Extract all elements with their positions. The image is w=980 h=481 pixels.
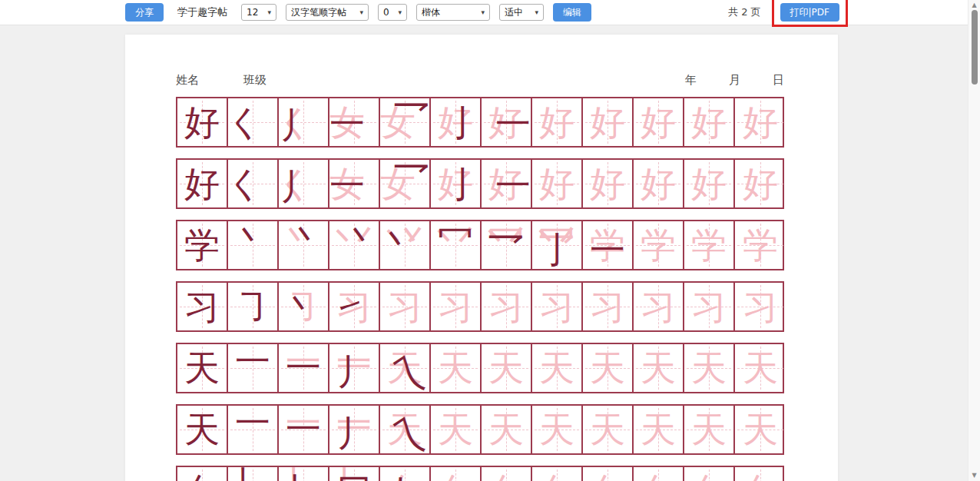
stroke-glyph: 丶 (272, 214, 321, 262)
stroke-glyph: 一 (329, 343, 379, 391)
grid-cell: 天 (177, 344, 228, 392)
stroke-glyph: 天 (482, 344, 531, 392)
stroke-glyph: ㇀ (326, 287, 375, 334)
grid-cell: 好 (735, 160, 786, 207)
edit-button[interactable]: 编辑 (553, 3, 591, 22)
sheet-header: 姓名 班级 年 月 日 (176, 73, 784, 88)
stroke-glyph: 一 (323, 161, 372, 209)
stroke-glyph: く (271, 98, 320, 146)
stroke-glyph: 好 (177, 160, 227, 207)
grid-count-select[interactable]: 12 ▾ (241, 4, 276, 21)
stroke-glyph: 一 (488, 161, 538, 209)
scrollbar[interactable]: ▲ ▼ (968, 0, 980, 481)
stroke-glyph: 好 (735, 160, 786, 207)
grid-cell: く (228, 98, 279, 146)
practice-grid: 好くく丿女一女乛好亅好一好好好好好好くく丿女一女乛好亅好一好好好好好学丶丶丶丷丶… (176, 97, 784, 481)
scroll-down-icon[interactable]: ▼ (968, 472, 980, 479)
stroke-glyph: 向 (177, 467, 227, 481)
toolbar-left-group: 分享 学于趣字帖 12 ▾ 汉字笔顺字帖 ▾ 0 ▾ 楷体 ▾ 适中 ▾ 编辑 (125, 3, 591, 22)
stroke-glyph: 女 (373, 160, 422, 207)
stroke-glyph: 冖 (482, 218, 531, 266)
grid-cell: 天 (634, 406, 684, 453)
stroke-glyph: 学 (735, 221, 786, 269)
grid-cell: 好一 (482, 160, 532, 207)
stroke-glyph: 亅 (438, 99, 487, 147)
grid-cell: 天 (634, 344, 684, 392)
stroke-glyph: 一 (279, 337, 328, 385)
grid-cell: 学 (634, 221, 684, 269)
stroke-glyph: 好 (177, 98, 227, 146)
grid-cell: 一一丿 (329, 406, 380, 453)
grid-cell: 好 (532, 160, 583, 207)
stroke-glyph: 天 (735, 406, 786, 453)
grid-cell: 一一 (279, 344, 329, 392)
print-pdf-button[interactable]: 打印|PDF (780, 3, 839, 22)
stroke-glyph: 习 (583, 283, 632, 330)
grid-cell: 天 (684, 406, 735, 453)
stroke-glyph: 乛 (482, 225, 531, 273)
offset-select[interactable]: 0 ▾ (378, 4, 407, 21)
stroke-glyph: 习 (177, 283, 227, 330)
stroke-glyph: 向 (482, 467, 531, 481)
stroke-glyph: 女 (323, 98, 372, 146)
stroke-glyph: 亅 (532, 226, 581, 274)
chevron-down-icon: ▾ (398, 8, 402, 16)
stroke-glyph: 乛 (387, 154, 436, 202)
scrollbar-thumb[interactable] (972, 10, 978, 85)
grid-cell: 向一 (482, 467, 532, 481)
grid-cell: 好亅 (431, 98, 482, 146)
stroke-glyph: 丶 (387, 214, 436, 262)
grid-cell: 习 (532, 283, 583, 330)
stroke-glyph: 好 (684, 98, 733, 146)
stroke-glyph: 丷 (532, 214, 581, 261)
grid-cell: 习 (583, 283, 634, 330)
chevron-down-icon: ▾ (359, 8, 363, 16)
practice-row-学: 学丶丶丶丷丶丷丶丶丷冖丷冖乛丷冖乛亅学一学学学 (176, 220, 784, 270)
practice-row-向: 向丿丿丨丿冂向丨向㇕向一向向向向向 (176, 466, 784, 481)
grid-cell: 一 (228, 406, 279, 453)
template-select[interactable]: 汉字笔顺字帖 ▾ (286, 4, 369, 21)
grid-cell: 好 (634, 98, 684, 146)
density-select[interactable]: 适中 ▾ (499, 4, 544, 21)
stroke-glyph: 天 (431, 406, 480, 453)
grid-cell: 学 (684, 221, 735, 269)
grid-cell: 天 (177, 406, 228, 453)
name-label: 姓名 (176, 73, 199, 88)
grid-cell: 向 (735, 467, 786, 481)
stroke-glyph: 好 (532, 160, 581, 207)
stroke-glyph: 丨 (377, 470, 426, 481)
grid-cell: 好亅 (431, 160, 482, 207)
grid-cell: 女一 (329, 160, 380, 207)
grid-cell: 学 (735, 221, 786, 269)
stroke-glyph: 天 (583, 344, 632, 392)
grid-cell: 天 (583, 344, 634, 392)
page-count-label: 共 2 页 (728, 5, 761, 19)
chevron-down-icon: ▾ (267, 8, 271, 16)
stroke-glyph: 一 (323, 100, 372, 148)
grid-cell: 丿丨 (279, 467, 329, 481)
scroll-up-icon[interactable]: ▲ (968, 2, 980, 9)
year-label: 年 (685, 73, 697, 88)
stroke-glyph: 天 (735, 344, 786, 392)
stroke-glyph: 学 (583, 221, 632, 269)
stroke-glyph: 天 (634, 344, 683, 392)
font-select[interactable]: 楷体 ▾ (416, 4, 490, 21)
stroke-glyph: 好 (532, 98, 581, 146)
stroke-glyph: 丷 (380, 214, 429, 261)
class-label: 班级 (243, 73, 267, 88)
stroke-glyph: 习 (380, 283, 429, 330)
stroke-glyph: ㇕ (433, 470, 482, 481)
grid-cell: 丷丶 (329, 221, 380, 269)
grid-cell: 习 (684, 283, 735, 330)
stroke-glyph: 向 (583, 467, 632, 481)
stroke-glyph: 一 (488, 100, 538, 148)
grid-cell: 学 (177, 221, 228, 269)
practice-row-习: 习㇆㇆丶习㇀习习习习习习习习 (176, 281, 784, 332)
stroke-glyph: 天 (684, 406, 733, 453)
grid-cell: 天乀 (380, 344, 431, 392)
grid-cell: 向 (583, 467, 634, 481)
sheet-header-right: 年 月 日 (685, 73, 784, 88)
stroke-glyph: 习 (735, 283, 786, 330)
grid-cell: 习 (634, 283, 684, 330)
share-button[interactable]: 分享 (125, 3, 164, 22)
